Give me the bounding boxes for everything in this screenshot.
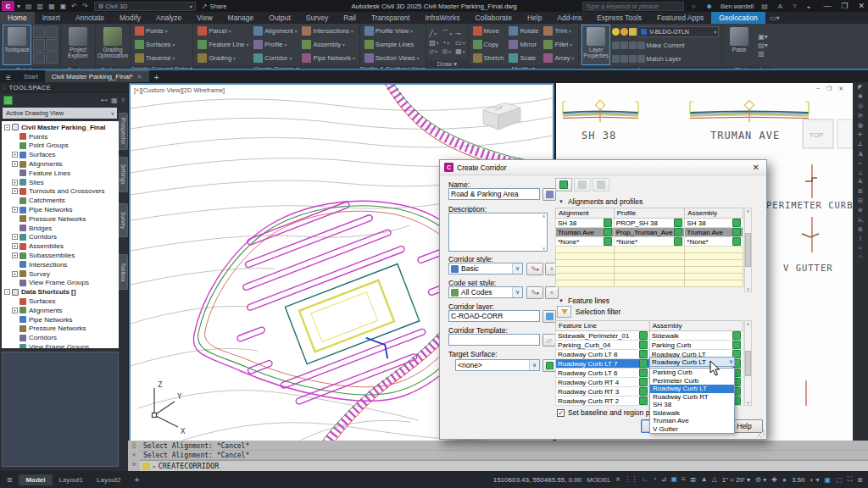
annotation-visibility-icon[interactable]: ▲ [701,475,708,485]
share-button[interactable]: Share [209,3,226,10]
panel-label-draw[interactable]: Draw ▾ [426,60,467,69]
ortho-icon[interactable]: ∟ [642,475,648,485]
alignment-row[interactable]: SH 38PROP_SH 38SH 38 [556,219,743,228]
copy-clip-icon[interactable]: ▣▾ [758,33,768,41]
project-explorer-button[interactable]: Project Explorer [64,25,92,65]
tree-expand-icon[interactable]: + [12,271,18,277]
pick-icon[interactable] [732,219,741,227]
side-tab-settings[interactable]: Settings [119,157,128,192]
tree-item-pipe-networks[interactable]: +Pipe Networks [2,205,119,214]
ribbon-item-stretch[interactable]: Stretch [471,52,506,64]
graphics-performance-icon[interactable]: ▣ [825,476,832,484]
side-tab-toolbox[interactable]: Toolbox [119,254,128,290]
hardware-acceleration-icon[interactable]: ● [782,476,787,484]
ribbon-tab-annotate[interactable]: Annotate [68,12,112,24]
layer-properties-button[interactable]: Layer Properties [581,25,610,65]
angle-snap-icon[interactable]: ∠ [858,141,863,147]
command-close-icon[interactable]: ✕ [132,452,136,458]
table-tool[interactable]: ▦▾ [455,47,465,55]
ribbon-item-feature-line[interactable]: Feature Line▾ [196,38,250,51]
command-input[interactable]: ▾ CREATECORRIDOR [140,460,868,471]
corridor-template-input[interactable] [448,334,540,346]
snap-mode-icon[interactable]: ⋮⋮ [624,475,637,485]
dialog-title-bar[interactable]: C Create Corridor ✕ [440,160,766,175]
command-wrench-icon[interactable]: ⚒ [132,461,136,468]
ribbon-tab-view[interactable]: View [189,12,220,24]
selection-filter-button[interactable] [557,306,571,318]
copy-base-icon[interactable]: ▥ [758,50,768,58]
ribbon-item-rotate[interactable]: Rotate [507,25,540,37]
ribbon-item-move[interactable]: Move [471,25,506,37]
pick-icon[interactable] [674,219,682,227]
tree-root-0[interactable]: −Civil Master Parking_Final [2,123,119,132]
pick-icon[interactable] [732,228,741,236]
new-icon[interactable]: ▤ [25,3,32,10]
select-tool-icon[interactable]: ◤ [858,84,862,90]
grid-northing-icon[interactable]: ⊟ [858,197,863,203]
tree-root-1[interactable]: −Data Shortcuts [] [2,287,119,297]
ribbon-item-section-views[interactable]: Section Views▾ [363,52,421,64]
toolspace-button[interactable]: Toolspace [3,25,31,65]
profile-tool-icon[interactable]: ≙ [858,179,863,185]
layout-tab-layout2[interactable]: Layout2 [90,474,127,485]
ribbon-item-pipe-network[interactable]: Pipe Network▾ [300,52,356,64]
pick-icon[interactable] [674,228,682,236]
app-store-icon[interactable]: ▤ [761,3,768,10]
assembly-option[interactable]: Perimeter Curb [650,377,734,385]
polar-tracking-icon[interactable]: ◔ [653,475,657,485]
feedback-icon[interactable]: ◒ [807,3,811,10]
autodesk-account-icon[interactable]: A [778,3,782,10]
new-layout-button[interactable]: + [127,475,146,485]
line-tool[interactable]: ╱▾ [429,29,438,38]
feature-row[interactable]: Parking_Curb_04Parking Curb [556,341,743,350]
pick-icon[interactable] [639,396,648,405]
target-surface-dropdown[interactable]: <none> [455,359,540,371]
tree-collapse-icon[interactable]: − [4,125,10,130]
clean-screen-icon[interactable]: ⛶ [848,475,853,484]
tree-expand-icon[interactable]: + [12,180,18,186]
tree-item-alignments[interactable]: +Alignments [2,159,119,169]
pick-icon[interactable] [732,237,741,246]
share-icon[interactable]: ↗ [202,3,208,10]
match-layer-button[interactable]: Match Layer [646,55,681,63]
ribbon-tab-infraworks[interactable]: InfraWorks [417,12,467,24]
command-recent-caret[interactable]: ▾ [153,463,156,469]
tree-item-sites[interactable]: +Sites [2,178,119,187]
customization-icon[interactable]: ≣ [857,476,863,484]
tool-palettes-icon[interactable] [46,39,58,51]
description-textarea[interactable] [448,213,548,252]
tree-expand-icon[interactable]: + [12,161,18,167]
ribbon-tab-help[interactable]: Help [520,12,549,24]
signed-in-user[interactable]: Ben.wardell [721,3,754,10]
add-baseline-button[interactable] [555,178,572,191]
deflection-icon[interactable]: ⌐ [859,160,862,166]
layer-merge-icon[interactable] [637,55,645,63]
ribbon-item-sample-lines[interactable]: Sample Lines [363,38,421,51]
grading-optimization-button[interactable]: Grading Optimization [98,25,127,65]
pick-icon[interactable] [639,378,648,386]
pick-icon[interactable] [604,219,612,227]
tree-item-points[interactable]: Points [2,132,119,141]
grid-icon[interactable]: # [616,475,620,485]
ribbon-item-profile-view[interactable]: Profile View▾ [363,25,421,37]
layer-isolate-icon[interactable] [612,42,620,49]
ribbon-item-copy[interactable]: Copy [471,38,506,51]
pick-icon[interactable] [639,331,648,340]
alignment-empty-row[interactable] [556,247,743,253]
undo-icon[interactable]: ↶ [71,3,77,10]
layer-unisolate-icon[interactable] [620,42,628,49]
assembly-option[interactable]: Parking Curb [650,369,734,377]
workspace-gear-icon[interactable]: ⚙ ▾ [755,476,766,484]
tree-item-catchments[interactable]: Catchments [2,196,119,205]
northing-easting-icon[interactable]: ⊞ [858,188,863,194]
station-offset-icon[interactable]: ⊥ [858,169,863,175]
corridor-layer-input[interactable]: C-ROAD-CORR [448,310,540,322]
zoom-point-icon[interactable]: ⊚ [858,226,863,232]
steering-wheel-icon[interactable]: ◍ [858,122,863,128]
tree-expand-icon[interactable]: + [12,308,18,313]
baseline-checkbox[interactable]: ✓ [557,409,565,417]
assembly-option[interactable]: Sidewalk [650,409,734,418]
assembly-option[interactable]: Roadway Curb LT [650,385,734,393]
save-icon[interactable]: ▦ [48,3,55,10]
app-menu-caret[interactable]: ▾ [17,3,20,10]
